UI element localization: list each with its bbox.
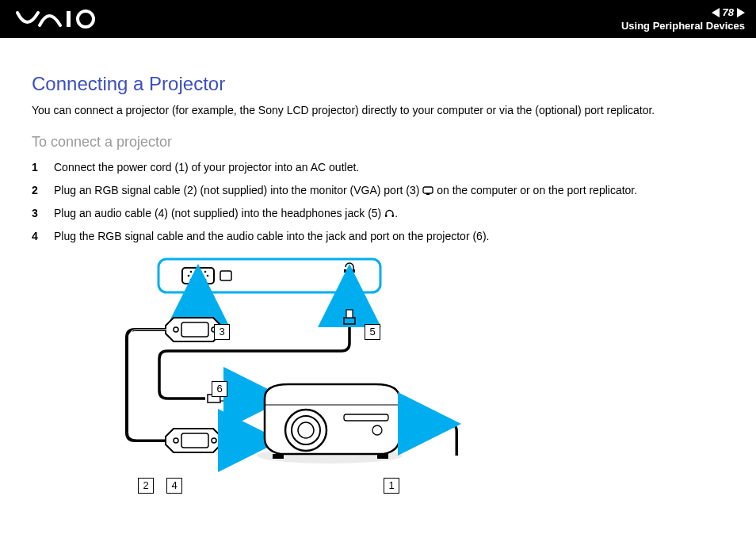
page-header-right: 78 Using Peripheral Devices — [621, 6, 745, 32]
svg-rect-0 — [67, 11, 71, 27]
step-item: Plug an RGB signal cable (2) (not suppli… — [32, 183, 724, 198]
step-item: Plug an audio cable (4) (not supplied) i… — [32, 206, 724, 221]
svg-rect-2 — [423, 187, 433, 193]
svg-point-20 — [204, 279, 207, 281]
vaio-logo — [16, 10, 103, 29]
headphone-icon — [384, 208, 395, 219]
diagram-label-6: 6 — [212, 381, 227, 397]
svg-point-9 — [193, 275, 195, 277]
svg-rect-46 — [273, 454, 284, 459]
step-item: Connect the power cord (1) of your proje… — [32, 160, 724, 175]
svg-point-11 — [202, 275, 204, 277]
svg-point-15 — [200, 271, 202, 273]
svg-rect-47 — [377, 454, 388, 459]
prev-page-arrow[interactable] — [712, 8, 720, 17]
diagram-label-3: 3 — [214, 324, 230, 340]
steps-list: Connect the power cord (1) of your proje… — [32, 160, 724, 244]
next-page-arrow[interactable] — [737, 8, 745, 17]
page-number: 78 — [723, 6, 734, 18]
svg-rect-23 — [353, 269, 355, 273]
svg-point-16 — [204, 271, 207, 273]
svg-point-17 — [190, 279, 193, 281]
section-title: Using Peripheral Devices — [621, 20, 745, 32]
header-bar: 78 Using Peripheral Devices — [0, 0, 756, 38]
connection-diagram: 3 5 6 2 4 1 — [119, 256, 547, 502]
svg-rect-5 — [392, 215, 395, 217]
step-text-post: . — [395, 207, 398, 219]
subheading: To connect a projector — [32, 134, 724, 151]
diagram-label-2: 2 — [138, 478, 154, 494]
svg-point-1 — [78, 11, 94, 27]
svg-rect-22 — [344, 269, 346, 273]
page-title: Connecting a Projector — [32, 73, 724, 95]
svg-rect-31 — [344, 318, 355, 324]
svg-point-14 — [195, 271, 197, 273]
svg-point-13 — [190, 271, 193, 273]
svg-point-8 — [188, 275, 190, 277]
diagram-label-1: 1 — [384, 478, 399, 494]
step-text: Plug the RGB signal cable and the audio … — [54, 230, 489, 242]
step-text: Connect the power cord (1) of your proje… — [54, 161, 359, 174]
svg-rect-3 — [426, 193, 430, 195]
monitor-port-icon — [422, 186, 433, 196]
page-content: Connecting a Projector You can connect a… — [0, 38, 756, 502]
diagram-label-5: 5 — [365, 324, 380, 340]
svg-point-19 — [200, 279, 202, 281]
svg-rect-4 — [385, 215, 388, 217]
svg-point-18 — [195, 279, 197, 281]
step-text: Plug an RGB signal cable (2) (not suppli… — [54, 184, 422, 196]
step-text-post: on the computer or on the port replicato… — [433, 184, 637, 196]
svg-rect-32 — [346, 310, 353, 318]
intro-paragraph: You can connect a projector (for example… — [32, 103, 724, 118]
svg-point-10 — [197, 275, 200, 277]
diagram-label-4: 4 — [166, 478, 182, 494]
page-navigator: 78 — [712, 6, 745, 18]
step-text: Plug an audio cable (4) (not supplied) i… — [54, 207, 384, 219]
step-item: Plug the RGB signal cable and the audio … — [32, 229, 724, 244]
svg-point-12 — [207, 275, 209, 277]
svg-point-25 — [348, 280, 352, 284]
